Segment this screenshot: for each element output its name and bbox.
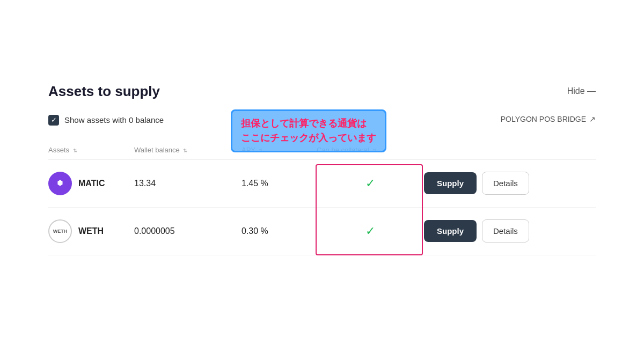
collateral-check-weth: ✓: [365, 224, 375, 238]
col-header-actions: [424, 141, 596, 160]
table-row: MATIC 13.34 1.45 % ✓ Supply Details: [48, 159, 596, 207]
supply-button-weth[interactable]: Supply: [424, 220, 477, 242]
wallet-balance-matic: 13.34: [134, 159, 241, 207]
toolbar: ✓ Show assets with 0 balance 担保として計算できる通…: [48, 115, 596, 126]
asset-cell-weth: WETH WETH: [48, 207, 134, 255]
panel-title: Assets to supply: [48, 83, 160, 100]
checkmark-icon: ✓: [51, 116, 57, 124]
sort-icon-wallet[interactable]: ⇅: [183, 148, 187, 153]
show-zero-balance-checkbox[interactable]: ✓: [48, 115, 59, 126]
wallet-balance-weth: 0.0000005: [134, 207, 241, 255]
collateral-matic: ✓: [317, 159, 424, 207]
tooltip-line2: ここにチェックが入っています: [241, 131, 376, 145]
collateral-check-matic: ✓: [365, 177, 375, 190]
collateral-weth: ✓: [317, 207, 424, 255]
asset-name-weth: WETH: [78, 226, 104, 236]
bridge-label: POLYGON POS BRIDGE: [501, 115, 586, 123]
assets-to-supply-panel: Assets to supply Hide — ✓ Show assets wi…: [27, 66, 617, 273]
col-header-assets: Assets ⇅: [48, 141, 134, 160]
apy-matic: 1.45 %: [241, 159, 317, 207]
show-zero-balance-row: ✓ Show assets with 0 balance: [48, 115, 164, 126]
assets-table: Assets ⇅ Wallet balance ⇅ APY ⇅ Can be c…: [48, 141, 596, 255]
table-wrapper: Assets ⇅ Wallet balance ⇅ APY ⇅ Can be c…: [48, 141, 596, 255]
matic-svg: [53, 177, 67, 190]
actions-matic: Supply Details: [424, 159, 596, 207]
actions-weth: Supply Details: [424, 207, 596, 255]
external-link-icon: ↗: [589, 115, 596, 123]
tooltip-line1: 担保として計算できる通貨は: [241, 116, 376, 131]
weth-icon: WETH: [48, 219, 72, 243]
sort-icon-assets[interactable]: ⇅: [73, 148, 77, 153]
col-header-wallet: Wallet balance ⇅: [134, 141, 241, 160]
table-row: WETH WETH 0.0000005 0.30 % ✓ Supply Deta…: [48, 207, 596, 255]
details-button-matic[interactable]: Details: [482, 172, 529, 195]
details-button-weth[interactable]: Details: [482, 219, 529, 243]
matic-icon: [48, 172, 72, 195]
apy-weth: 0.30 %: [241, 207, 317, 255]
table-body: MATIC 13.34 1.45 % ✓ Supply Details: [48, 159, 596, 255]
tooltip-bubble: 担保として計算できる通貨は ここにチェックが入っています: [231, 109, 386, 152]
hide-button[interactable]: Hide —: [567, 86, 596, 96]
supply-button-matic[interactable]: Supply: [424, 172, 477, 194]
show-zero-balance-label: Show assets with 0 balance: [64, 115, 164, 124]
panel-header: Assets to supply Hide —: [48, 83, 596, 100]
asset-cell-matic: MATIC: [48, 159, 134, 207]
asset-name-matic: MATIC: [78, 179, 105, 188]
polygon-bridge-button[interactable]: POLYGON POS BRIDGE ↗: [501, 115, 596, 123]
